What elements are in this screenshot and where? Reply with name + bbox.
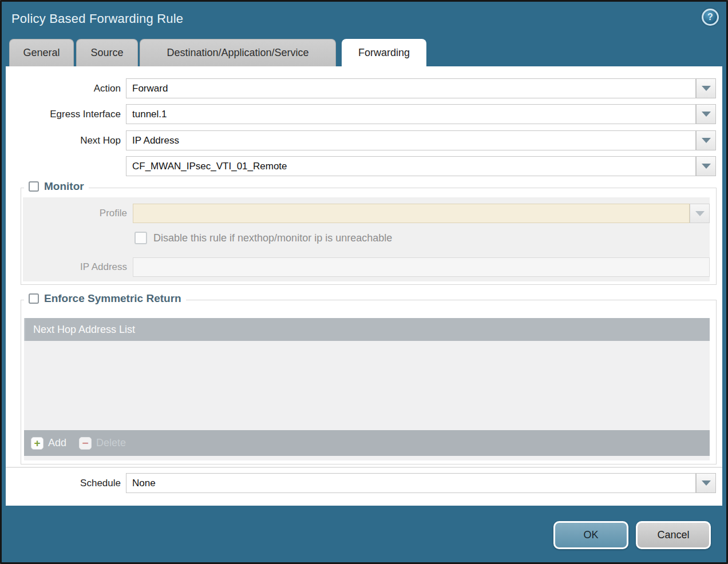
monitor-legend: Monitor	[24, 180, 89, 193]
chevron-down-icon	[695, 211, 705, 216]
action-input[interactable]	[126, 78, 696, 98]
tab-label: Source	[90, 47, 123, 59]
ok-button[interactable]: OK	[553, 521, 628, 549]
next-hop-address-input[interactable]	[126, 156, 696, 176]
schedule-input[interactable]	[126, 473, 696, 493]
ok-button-label: OK	[583, 529, 598, 541]
action-label: Action	[6, 78, 121, 98]
profile-label: Profile	[23, 204, 127, 223]
egress-interface-dropdown-button[interactable]	[696, 104, 716, 124]
monitor-ip-address-input[interactable]	[133, 257, 710, 277]
disable-rule-checkbox[interactable]	[134, 232, 147, 244]
next-hop-address-dropdown-button[interactable]	[696, 156, 716, 176]
next-hop-address-list-header: Next Hop Address List	[24, 318, 710, 341]
forwarding-tab-panel: Action Egress Interface Next Hop	[6, 66, 722, 506]
profile-dropdown-button[interactable]	[690, 204, 710, 223]
enforce-symmetric-return-title: Enforce Symmetric Return	[44, 292, 181, 305]
tab-label: Forwarding	[358, 47, 410, 59]
tab-source[interactable]: Source	[76, 39, 138, 66]
schedule-dropdown-button[interactable]	[696, 473, 716, 493]
minus-icon: −	[79, 437, 92, 450]
egress-interface-input[interactable]	[126, 104, 696, 124]
chevron-down-icon	[702, 112, 711, 117]
next-hop-address-list-table: Next Hop Address List + Add − Delete	[24, 318, 710, 460]
plus-icon: +	[31, 437, 43, 450]
chevron-down-icon	[702, 86, 711, 91]
chevron-down-icon	[702, 138, 711, 143]
action-dropdown-button[interactable]	[696, 78, 716, 98]
table-bottom-strip	[24, 456, 710, 460]
delete-button-label: Delete	[96, 437, 126, 449]
next-hop-label: Next Hop	[6, 130, 121, 150]
table-toolbar: + Add − Delete	[24, 430, 710, 456]
tab-label: Destination/Application/Service	[167, 47, 308, 59]
next-hop-type-dropdown-button[interactable]	[696, 130, 716, 150]
monitor-panel: Profile Disable this rule if nexthop/mon…	[23, 197, 710, 281]
pbf-rule-dialog: Policy Based Forwarding Rule ? General S…	[0, 0, 728, 564]
add-button-label: Add	[48, 437, 66, 449]
egress-interface-label: Egress Interface	[6, 104, 121, 124]
profile-input[interactable]	[133, 204, 690, 223]
chevron-down-icon	[702, 164, 711, 169]
delete-button[interactable]: − Delete	[79, 437, 126, 450]
monitor-checkbox[interactable]	[29, 181, 39, 192]
monitor-group-title: Monitor	[44, 180, 84, 193]
enforce-symmetric-return-legend: Enforce Symmetric Return	[24, 292, 186, 305]
cancel-button-label: Cancel	[657, 529, 689, 541]
next-hop-address-list-body	[24, 341, 710, 430]
add-button[interactable]: + Add	[31, 437, 66, 450]
monitor-ip-address-label: IP Address	[23, 257, 127, 277]
monitor-group: Monitor Profile Disable this rule if nex…	[21, 188, 717, 285]
enforce-symmetric-return-checkbox[interactable]	[29, 293, 39, 304]
tab-general[interactable]: General	[9, 39, 74, 66]
tab-destination-application-service[interactable]: Destination/Application/Service	[140, 39, 336, 66]
disable-rule-label: Disable this rule if nexthop/monitor ip …	[153, 231, 392, 245]
tab-forwarding[interactable]: Forwarding	[342, 39, 426, 66]
question-mark-glyph: ?	[707, 12, 713, 22]
dialog-title: Policy Based Forwarding Rule	[11, 11, 183, 26]
next-hop-type-input[interactable]	[126, 130, 696, 150]
chevron-down-icon	[702, 480, 711, 486]
cancel-button[interactable]: Cancel	[636, 521, 711, 549]
section-divider	[6, 467, 722, 468]
schedule-label: Schedule	[6, 473, 121, 493]
help-icon[interactable]: ?	[702, 9, 719, 26]
enforce-symmetric-return-group: Enforce Symmetric Return Next Hop Addres…	[21, 300, 717, 464]
tab-label: General	[23, 47, 60, 59]
column-header: Next Hop Address List	[33, 324, 135, 336]
